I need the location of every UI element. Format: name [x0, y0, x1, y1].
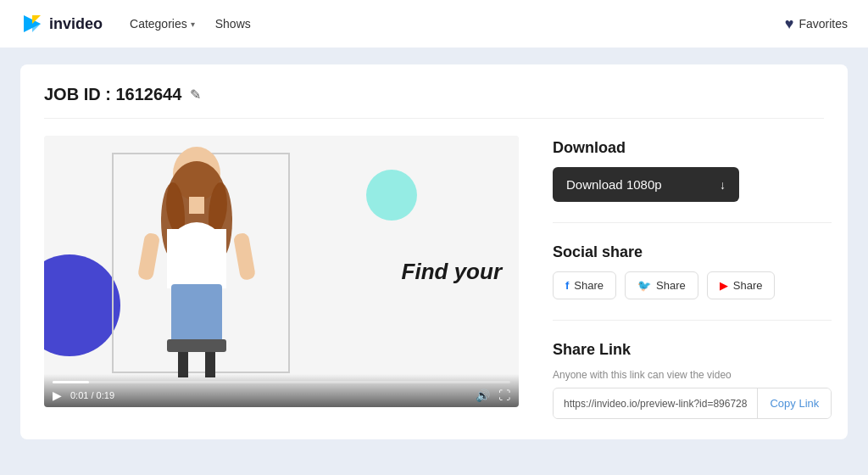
nav-links: Categories ▾ Shows	[130, 17, 758, 31]
content-card: JOB ID : 1612644 ✎	[20, 64, 848, 439]
share-link-url: https://invideo.io/preview-link?id=89672…	[554, 389, 757, 418]
blue-circle-decoration	[44, 254, 120, 356]
link-box: https://invideo.io/preview-link?id=89672…	[553, 388, 832, 419]
time-display: 0:01 / 0:19	[70, 390, 114, 400]
nav-item-categories[interactable]: Categories ▾	[130, 17, 195, 31]
facebook-share-button[interactable]: f Share	[553, 271, 616, 299]
job-id-text: JOB ID : 1612644	[44, 85, 181, 104]
chevron-down-icon: ▾	[191, 20, 195, 29]
svg-rect-14	[137, 232, 160, 281]
right-panel: Download Download 1080p ↓ Social share f…	[553, 136, 832, 419]
nav-right: ♥ Favorites	[785, 15, 848, 33]
social-share-section: Social share f Share 🐦 Share ▶ Share	[553, 243, 832, 299]
download-button[interactable]: Download 1080p ↓	[553, 167, 739, 202]
facebook-icon: f	[565, 279, 569, 292]
total-time: 0:19	[97, 390, 114, 400]
current-time: 0:01	[70, 390, 88, 400]
logo[interactable]: invideo	[20, 12, 103, 36]
logo-text: invideo	[49, 15, 103, 33]
svg-rect-11	[178, 348, 188, 377]
twitter-share-button[interactable]: 🐦 Share	[625, 271, 698, 299]
heart-icon: ♥	[785, 15, 794, 33]
svg-rect-12	[205, 348, 215, 377]
share-link-section: Share Link Anyone with this link can vie…	[553, 341, 832, 419]
video-wrapper: Find your ▶ 0:01 / 0:19	[44, 136, 519, 407]
video-controls: ▶ 0:01 / 0:19 🔊 ⛶	[44, 374, 519, 407]
content-body: Find your ▶ 0:01 / 0:19	[44, 136, 824, 419]
svg-rect-13	[167, 339, 226, 352]
download-arrow-icon: ↓	[720, 178, 726, 192]
favorites-button[interactable]: ♥ Favorites	[785, 15, 848, 33]
controls-row: ▶ 0:01 / 0:19 🔊 ⛶	[53, 388, 510, 402]
twitter-icon: 🐦	[637, 279, 651, 292]
download-button-label: Download 1080p	[566, 177, 662, 192]
video-text-overlay: Find your	[402, 259, 502, 285]
nav-item-shows[interactable]: Shows	[215, 17, 251, 31]
svg-rect-9	[167, 229, 226, 288]
categories-label: Categories	[130, 17, 187, 31]
job-id-row: JOB ID : 1612644 ✎	[44, 85, 824, 119]
progress-bar-fill	[53, 381, 89, 383]
social-share-title: Social share	[553, 243, 832, 261]
copy-link-button[interactable]: Copy Link	[757, 388, 831, 418]
teal-circle-decoration	[366, 170, 417, 221]
video-scene: Find your	[44, 136, 519, 407]
twitter-share-label: Share	[656, 279, 686, 292]
navbar: invideo Categories ▾ Shows ♥ Favorites	[0, 0, 868, 48]
download-section: Download Download 1080p ↓	[553, 139, 832, 202]
share-link-description: Anyone with this link can view the video	[553, 369, 832, 381]
controls-right: 🔊 ⛶	[476, 388, 510, 402]
svg-rect-15	[233, 232, 256, 281]
shows-label: Shows	[215, 17, 251, 31]
youtube-share-label: Share	[733, 279, 763, 292]
person-figure	[112, 144, 281, 382]
facebook-share-label: Share	[574, 279, 604, 292]
share-link-title: Share Link	[553, 341, 832, 359]
volume-icon[interactable]: 🔊	[476, 388, 490, 402]
video-player[interactable]: Find your ▶ 0:01 / 0:19	[44, 136, 519, 407]
invideo-logo-icon	[20, 12, 44, 36]
svg-rect-7	[189, 197, 204, 214]
social-buttons: f Share 🐦 Share ▶ Share	[553, 271, 832, 299]
divider-2	[553, 320, 832, 321]
main-content: JOB ID : 1612644 ✎	[0, 64, 868, 439]
divider-1	[553, 222, 832, 223]
youtube-share-button[interactable]: ▶ Share	[707, 271, 776, 299]
progress-bar[interactable]	[53, 381, 510, 383]
favorites-label: Favorites	[798, 17, 848, 31]
edit-icon[interactable]: ✎	[190, 87, 201, 103]
fullscreen-icon[interactable]: ⛶	[498, 388, 510, 402]
svg-marker-2	[32, 24, 41, 32]
play-button[interactable]: ▶	[53, 388, 62, 402]
youtube-icon: ▶	[720, 279, 728, 292]
download-section-title: Download	[553, 139, 832, 157]
